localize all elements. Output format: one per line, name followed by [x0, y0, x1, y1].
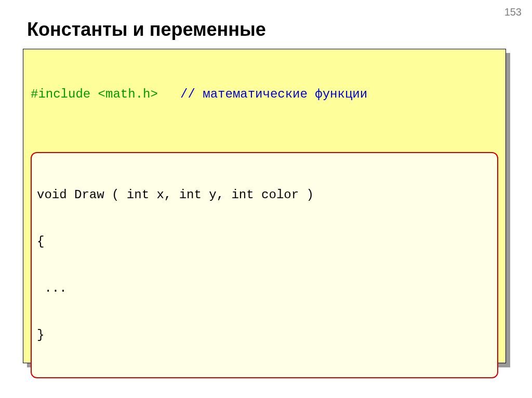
page-title: Константы и переменные [27, 19, 266, 40]
code-panel: #include <math.h> // математические функ… [23, 49, 510, 367]
code-line: void Draw ( int x, int y, int color ) [37, 187, 492, 203]
draw-function-box: void Draw ( int x, int y, int color ) { … [31, 152, 498, 378]
code-line: } [37, 327, 492, 343]
code-line: { [37, 234, 492, 250]
pad [158, 87, 180, 101]
code-line: ... [37, 281, 492, 296]
code-block: #include <math.h> // математические функ… [23, 49, 506, 363]
code-line: #include <math.h> // математические функ… [31, 87, 498, 102]
comment: // математические функции [180, 87, 367, 101]
include-directive: #include <math.h> [31, 87, 158, 101]
page-number: 153 [504, 6, 522, 18]
